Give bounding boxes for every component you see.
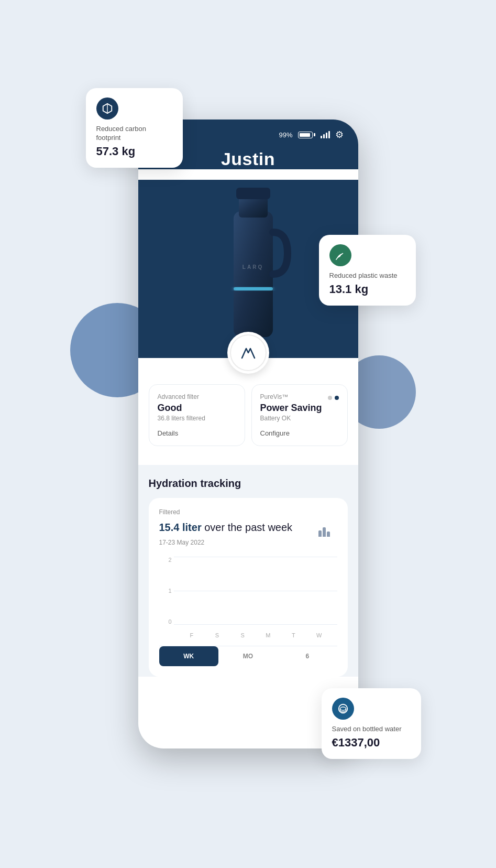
- savings-label: Saved on bottled water: [332, 725, 411, 734]
- hydration-date: 17-23 May 2022: [159, 539, 337, 546]
- battery-fill: [300, 133, 310, 137]
- svg-text:LARQ: LARQ: [242, 264, 263, 270]
- day-label-F: F: [186, 632, 197, 638]
- savings-value: €1337,00: [332, 736, 411, 750]
- tab-6[interactable]: 6: [278, 646, 337, 666]
- purevis-label: PureVis™: [260, 393, 289, 400]
- battery-body: [298, 132, 313, 138]
- carbon-label: Reduced carbon footprint: [96, 125, 172, 143]
- hydration-bar-chart: 2 1 0: [159, 557, 337, 641]
- chart-mini-bar-1: [318, 530, 322, 537]
- svg-rect-7: [236, 188, 270, 199]
- gear-icon[interactable]: ⚙: [335, 129, 344, 140]
- purevis-header: PureVis™: [260, 393, 339, 403]
- svg-rect-5: [234, 211, 273, 337]
- hydration-value-bold: 15.4 liter: [159, 522, 202, 533]
- carbon-footprint-card: Reduced carbon footprint 57.3 kg: [86, 88, 183, 168]
- chart-mini-bar-3: [327, 531, 330, 537]
- larq-logo-circle: [227, 332, 269, 374]
- battery-tip: [314, 133, 315, 136]
- bottle-svg: LARQ: [196, 185, 301, 353]
- dot-inactive: [328, 396, 332, 400]
- advanced-filter-label: Advanced filter: [158, 393, 236, 400]
- hydration-title: Hydration tracking: [149, 478, 348, 490]
- y-axis: 2 1 0: [159, 557, 174, 625]
- tab-bar: WK MO 6: [159, 646, 337, 666]
- signal-bar-1: [321, 136, 322, 138]
- bottle-illustration: LARQ: [196, 185, 301, 353]
- signal-bars: [321, 131, 330, 138]
- cards-section: Advanced filter Good 36.8 liters filtere…: [138, 358, 358, 465]
- hydration-value-row: 15.4 liter over the past week: [159, 518, 337, 537]
- chart-mini-bar-2: [323, 527, 326, 537]
- hydration-card: Filtered 15.4 liter over the past week 1…: [149, 498, 348, 677]
- signal-bar-2: [323, 134, 325, 138]
- grid-line-bottom: [174, 624, 337, 625]
- chart-icon: [318, 518, 337, 537]
- advanced-filter-status: Good: [158, 403, 236, 414]
- lambda-logo: [239, 343, 258, 362]
- x-axis: F S S M T W: [174, 632, 337, 638]
- day-label-S1: S: [211, 632, 223, 638]
- hydration-value-rest: over the past week: [202, 522, 292, 533]
- purevis-dots: [328, 396, 339, 400]
- hydration-value: 15.4 liter over the past week: [159, 522, 293, 534]
- svg-rect-8: [234, 287, 273, 290]
- logo-inner: [230, 334, 267, 371]
- purevis-sub: Battery OK: [260, 415, 339, 422]
- day-label-T: T: [288, 632, 299, 638]
- hexagon-icon: [96, 97, 118, 120]
- day-label-M: M: [262, 632, 274, 638]
- advanced-filter-card[interactable]: Advanced filter Good 36.8 liters filtere…: [149, 384, 245, 446]
- battery-icon: [298, 132, 315, 138]
- advanced-filter-sub: 36.8 liters filtered: [158, 415, 236, 422]
- svg-point-2: [340, 707, 346, 710]
- filter-cards-row: Advanced filter Good 36.8 liters filtere…: [149, 384, 348, 446]
- y-label-1: 1: [168, 588, 171, 594]
- dot-active: [335, 396, 339, 400]
- chart-area: [174, 557, 337, 625]
- carbon-value: 57.3 kg: [96, 145, 172, 158]
- hydration-label: Filtered: [159, 508, 337, 516]
- signal-bar-4: [328, 131, 330, 138]
- plastic-value: 13.1 kg: [329, 283, 405, 296]
- day-label-W: W: [313, 632, 325, 638]
- signal-bar-3: [326, 133, 327, 138]
- coin-icon: [332, 698, 354, 720]
- savings-card: Saved on bottled water €1337,00: [322, 688, 421, 759]
- y-label-2: 2: [168, 557, 171, 563]
- battery-pct-text: 99%: [279, 131, 292, 139]
- leaf-icon: [329, 244, 351, 266]
- phone-frame: 99% ⚙ Justin: [138, 120, 358, 748]
- advanced-filter-details-link[interactable]: Details: [158, 429, 236, 437]
- bars-container: [174, 557, 337, 624]
- tab-mo[interactable]: MO: [218, 646, 278, 666]
- day-label-S2: S: [237, 632, 248, 638]
- y-label-0: 0: [168, 619, 171, 625]
- purevis-status: Power Saving: [260, 403, 339, 414]
- tab-wk[interactable]: WK: [159, 646, 218, 666]
- purevis-configure-link[interactable]: Configure: [260, 429, 339, 437]
- plastic-waste-card: Reduced plastic waste 13.1 kg: [319, 235, 416, 306]
- purevis-card[interactable]: PureVis™ Power Saving Battery OK Configu…: [251, 384, 348, 446]
- hydration-section: Hydration tracking Filtered 15.4 liter o…: [138, 465, 358, 677]
- plastic-label: Reduced plastic waste: [329, 272, 405, 280]
